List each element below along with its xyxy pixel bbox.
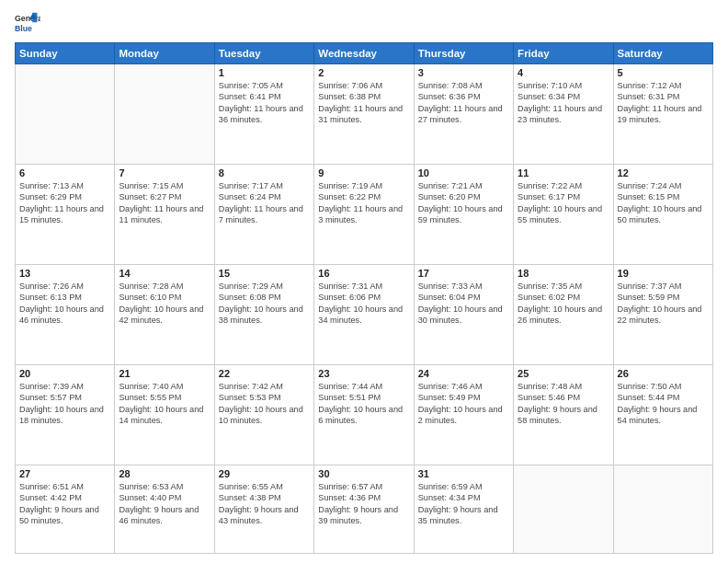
calendar-header-sunday: Sunday <box>16 43 115 64</box>
svg-text:Blue: Blue <box>15 24 32 33</box>
day-info: Sunrise: 6:57 AMSunset: 4:36 PMDaylight:… <box>318 481 409 527</box>
calendar-cell: 25Sunrise: 7:48 AMSunset: 5:46 PMDayligh… <box>514 364 613 465</box>
day-number: 30 <box>318 468 409 479</box>
day-number: 22 <box>219 368 310 379</box>
day-info: Sunrise: 7:40 AMSunset: 5:55 PMDaylight:… <box>119 381 210 427</box>
logo: GeneralBlue <box>15 11 40 37</box>
calendar-table: SundayMondayTuesdayWednesdayThursdayFrid… <box>15 42 713 554</box>
calendar-cell: 4Sunrise: 7:10 AMSunset: 6:34 PMDaylight… <box>514 64 613 165</box>
calendar-header-saturday: Saturday <box>613 43 712 64</box>
day-number: 9 <box>318 167 409 178</box>
day-info: Sunrise: 7:06 AMSunset: 6:38 PMDaylight:… <box>318 80 409 126</box>
calendar-cell: 17Sunrise: 7:33 AMSunset: 6:04 PMDayligh… <box>414 264 513 364</box>
calendar-cell: 2Sunrise: 7:06 AMSunset: 6:38 PMDaylight… <box>314 64 414 165</box>
day-number: 24 <box>418 368 509 379</box>
calendar-cell: 6Sunrise: 7:13 AMSunset: 6:29 PMDaylight… <box>16 164 115 264</box>
day-number: 29 <box>219 468 310 479</box>
calendar-header-thursday: Thursday <box>414 43 513 64</box>
day-number: 11 <box>518 167 609 178</box>
day-info: Sunrise: 7:15 AMSunset: 6:27 PMDaylight:… <box>119 180 210 226</box>
logo-icon: GeneralBlue <box>15 11 40 37</box>
day-number: 19 <box>618 268 709 279</box>
calendar-cell: 23Sunrise: 7:44 AMSunset: 5:51 PMDayligh… <box>314 364 414 465</box>
calendar-cell: 10Sunrise: 7:21 AMSunset: 6:20 PMDayligh… <box>414 164 513 264</box>
day-info: Sunrise: 6:51 AMSunset: 4:42 PMDaylight:… <box>19 481 110 527</box>
day-number: 1 <box>219 67 310 78</box>
day-number: 26 <box>618 368 709 379</box>
calendar-week-row: 1Sunrise: 7:05 AMSunset: 6:41 PMDaylight… <box>16 64 713 165</box>
calendar-cell: 3Sunrise: 7:08 AMSunset: 6:36 PMDaylight… <box>414 64 513 165</box>
day-info: Sunrise: 7:28 AMSunset: 6:10 PMDaylight:… <box>119 281 210 327</box>
day-info: Sunrise: 6:59 AMSunset: 4:34 PMDaylight:… <box>418 481 509 527</box>
day-info: Sunrise: 7:46 AMSunset: 5:49 PMDaylight:… <box>418 381 509 427</box>
calendar-header-row: SundayMondayTuesdayWednesdayThursdayFrid… <box>16 43 713 64</box>
day-info: Sunrise: 7:29 AMSunset: 6:08 PMDaylight:… <box>219 281 310 327</box>
calendar-cell: 20Sunrise: 7:39 AMSunset: 5:57 PMDayligh… <box>16 364 115 465</box>
day-number: 23 <box>318 368 409 379</box>
calendar-cell <box>613 465 712 553</box>
calendar-cell: 7Sunrise: 7:15 AMSunset: 6:27 PMDaylight… <box>115 164 214 264</box>
day-info: Sunrise: 7:12 AMSunset: 6:31 PMDaylight:… <box>618 80 709 126</box>
day-number: 18 <box>518 268 609 279</box>
calendar-cell: 18Sunrise: 7:35 AMSunset: 6:02 PMDayligh… <box>514 264 613 364</box>
day-number: 6 <box>19 167 110 178</box>
calendar-cell: 5Sunrise: 7:12 AMSunset: 6:31 PMDaylight… <box>613 64 712 165</box>
calendar-week-row: 13Sunrise: 7:26 AMSunset: 6:13 PMDayligh… <box>16 264 713 364</box>
day-number: 28 <box>119 468 210 479</box>
day-info: Sunrise: 7:26 AMSunset: 6:13 PMDaylight:… <box>19 281 110 327</box>
day-info: Sunrise: 7:10 AMSunset: 6:34 PMDaylight:… <box>518 80 609 126</box>
day-info: Sunrise: 7:37 AMSunset: 5:59 PMDaylight:… <box>618 281 709 327</box>
day-number: 16 <box>318 268 409 279</box>
day-info: Sunrise: 7:24 AMSunset: 6:15 PMDaylight:… <box>618 180 709 226</box>
day-info: Sunrise: 7:13 AMSunset: 6:29 PMDaylight:… <box>19 180 110 226</box>
day-info: Sunrise: 7:08 AMSunset: 6:36 PMDaylight:… <box>418 80 509 126</box>
calendar-cell <box>514 465 613 553</box>
day-number: 2 <box>318 67 409 78</box>
day-number: 21 <box>119 368 210 379</box>
calendar-week-row: 27Sunrise: 6:51 AMSunset: 4:42 PMDayligh… <box>16 465 713 553</box>
day-info: Sunrise: 7:33 AMSunset: 6:04 PMDaylight:… <box>418 281 509 327</box>
day-number: 17 <box>418 268 509 279</box>
calendar-cell: 8Sunrise: 7:17 AMSunset: 6:24 PMDaylight… <box>214 164 313 264</box>
day-number: 5 <box>618 67 709 78</box>
calendar-cell: 28Sunrise: 6:53 AMSunset: 4:40 PMDayligh… <box>115 465 214 553</box>
calendar-cell: 24Sunrise: 7:46 AMSunset: 5:49 PMDayligh… <box>414 364 513 465</box>
day-info: Sunrise: 7:19 AMSunset: 6:22 PMDaylight:… <box>318 180 409 226</box>
calendar-cell: 19Sunrise: 7:37 AMSunset: 5:59 PMDayligh… <box>613 264 712 364</box>
page: GeneralBlue SundayMondayTuesdayWednesday… <box>0 0 728 563</box>
day-info: Sunrise: 7:39 AMSunset: 5:57 PMDaylight:… <box>19 381 110 427</box>
day-number: 31 <box>418 468 509 479</box>
calendar-cell: 21Sunrise: 7:40 AMSunset: 5:55 PMDayligh… <box>115 364 214 465</box>
day-info: Sunrise: 7:44 AMSunset: 5:51 PMDaylight:… <box>318 381 409 427</box>
day-info: Sunrise: 7:42 AMSunset: 5:53 PMDaylight:… <box>219 381 310 427</box>
day-info: Sunrise: 6:53 AMSunset: 4:40 PMDaylight:… <box>119 481 210 527</box>
day-number: 25 <box>518 368 609 379</box>
calendar-cell: 13Sunrise: 7:26 AMSunset: 6:13 PMDayligh… <box>16 264 115 364</box>
calendar-cell: 11Sunrise: 7:22 AMSunset: 6:17 PMDayligh… <box>514 164 613 264</box>
calendar-cell: 30Sunrise: 6:57 AMSunset: 4:36 PMDayligh… <box>314 465 414 553</box>
day-info: Sunrise: 7:50 AMSunset: 5:44 PMDaylight:… <box>618 381 709 427</box>
calendar-cell: 27Sunrise: 6:51 AMSunset: 4:42 PMDayligh… <box>16 465 115 553</box>
day-number: 13 <box>19 268 110 279</box>
calendar-week-row: 20Sunrise: 7:39 AMSunset: 5:57 PMDayligh… <box>16 364 713 465</box>
day-info: Sunrise: 7:17 AMSunset: 6:24 PMDaylight:… <box>219 180 310 226</box>
day-info: Sunrise: 6:55 AMSunset: 4:38 PMDaylight:… <box>219 481 310 527</box>
day-info: Sunrise: 7:21 AMSunset: 6:20 PMDaylight:… <box>418 180 509 226</box>
day-info: Sunrise: 7:31 AMSunset: 6:06 PMDaylight:… <box>318 281 409 327</box>
calendar-cell <box>16 64 115 165</box>
day-info: Sunrise: 7:48 AMSunset: 5:46 PMDaylight:… <box>518 381 609 427</box>
day-info: Sunrise: 7:22 AMSunset: 6:17 PMDaylight:… <box>518 180 609 226</box>
calendar-header-tuesday: Tuesday <box>214 43 313 64</box>
calendar-header-friday: Friday <box>514 43 613 64</box>
calendar-header-wednesday: Wednesday <box>314 43 414 64</box>
calendar-cell: 14Sunrise: 7:28 AMSunset: 6:10 PMDayligh… <box>115 264 214 364</box>
day-number: 14 <box>119 268 210 279</box>
day-info: Sunrise: 7:35 AMSunset: 6:02 PMDaylight:… <box>518 281 609 327</box>
calendar-cell: 1Sunrise: 7:05 AMSunset: 6:41 PMDaylight… <box>214 64 313 165</box>
day-number: 4 <box>518 67 609 78</box>
day-info: Sunrise: 7:05 AMSunset: 6:41 PMDaylight:… <box>219 80 310 126</box>
day-number: 27 <box>19 468 110 479</box>
day-number: 7 <box>119 167 210 178</box>
day-number: 12 <box>618 167 709 178</box>
calendar-cell: 31Sunrise: 6:59 AMSunset: 4:34 PMDayligh… <box>414 465 513 553</box>
